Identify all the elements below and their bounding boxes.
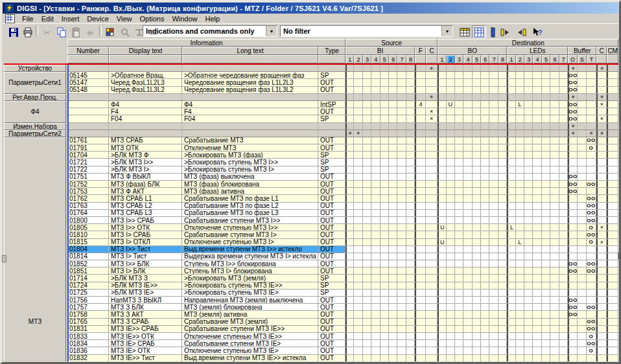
table-row-01714[interactable]: 01714>БЛК МТЗ З>Блокировать МТЗ (земля)S… — [67, 275, 618, 282]
cell-display[interactable]: МТЗ З СРАБ — [109, 319, 182, 325]
cell-bo1[interactable] — [438, 326, 446, 332]
cell-led4[interactable] — [533, 217, 541, 223]
cell-bi1[interactable] — [346, 333, 354, 339]
cell-cm[interactable] — [607, 239, 618, 245]
cell-bo3[interactable] — [455, 72, 463, 78]
cell-bi2[interactable] — [354, 340, 362, 347]
cell-led6[interactable] — [550, 166, 559, 173]
cell-bo5[interactable] — [473, 311, 481, 317]
cell-bo4[interactable] — [463, 326, 472, 332]
cell-led4[interactable] — [533, 275, 541, 281]
cell-bi7[interactable] — [397, 123, 406, 130]
cell-bi8[interactable] — [406, 253, 415, 260]
header-bo-1[interactable]: 1 — [438, 55, 446, 63]
cell-bo1[interactable] — [438, 144, 446, 151]
cell-led3[interactable] — [524, 217, 533, 223]
cell-bo8[interactable] — [498, 87, 507, 93]
cell-led6[interactable] — [550, 347, 559, 354]
cell-s[interactable] — [578, 137, 587, 144]
cell-bo6[interactable] — [481, 297, 489, 303]
cell-c2[interactable] — [596, 159, 607, 165]
cell-led5[interactable] — [542, 282, 550, 289]
matrix-view-icon[interactable] — [472, 25, 486, 39]
cell-bo5[interactable] — [473, 297, 481, 303]
cell-led4[interactable] — [533, 260, 541, 267]
group-label-Рег.Авар.Проц.[interactable]: Рег.Авар.Проц. — [4, 94, 66, 101]
cell-bi2[interactable] — [354, 260, 362, 267]
cell-bi6[interactable] — [389, 275, 397, 281]
table-row-01756[interactable]: 01756НапМТЗ З ВЫКЛНаправленная МТЗ (земл… — [67, 297, 618, 304]
cell-bi1[interactable] — [346, 144, 354, 151]
cell-led2[interactable] — [516, 231, 524, 238]
cell-bi3[interactable] — [363, 166, 371, 173]
cell-led1[interactable] — [507, 195, 515, 201]
cell-led6[interactable] — [550, 137, 559, 144]
cell-led3[interactable] — [524, 123, 533, 130]
cell-type[interactable] — [318, 65, 346, 71]
cell-bi6[interactable] — [389, 282, 397, 289]
cell-led7[interactable] — [559, 79, 568, 85]
copy-icon[interactable] — [54, 25, 69, 39]
cell-bo3[interactable] — [455, 282, 463, 289]
cell-bo8[interactable] — [498, 355, 507, 361]
cell-bi1[interactable] — [346, 340, 354, 347]
cell-led5[interactable] — [542, 65, 550, 71]
cell-cm[interactable] — [607, 123, 618, 130]
cell-t[interactable] — [587, 282, 596, 289]
cell-number[interactable]: 01704 — [67, 152, 109, 158]
cell-bi2[interactable] — [354, 195, 362, 201]
cell-cm[interactable] — [607, 65, 618, 71]
cell-bo6[interactable] — [481, 174, 489, 180]
cell-bo4[interactable] — [463, 253, 472, 260]
cell-bo2[interactable] — [447, 347, 455, 354]
cell-bo3[interactable] — [455, 65, 463, 71]
cell-led4[interactable] — [533, 311, 541, 317]
cell-number[interactable] — [67, 123, 109, 130]
cell-bi3[interactable] — [363, 340, 371, 347]
cell-number[interactable]: 01753 — [67, 188, 109, 194]
cell-bo2[interactable] — [447, 210, 455, 216]
cell-o[interactable]: OO — [568, 188, 578, 194]
cell-long[interactable]: Направленная МТЗ (земля) выключена — [182, 297, 318, 303]
cell-cm[interactable] — [607, 174, 618, 180]
cell-bo1[interactable] — [438, 72, 446, 78]
cell-bi8[interactable] — [406, 246, 415, 253]
cell-bi5[interactable] — [381, 72, 389, 78]
cell-display[interactable]: F04 — [109, 115, 182, 122]
cell-led2[interactable]: L — [516, 101, 524, 108]
cell-bo6[interactable] — [481, 282, 489, 289]
cell-bo5[interactable] — [473, 282, 481, 289]
cell-display[interactable]: МТЗ IE>> Тист — [109, 355, 182, 361]
cell-f[interactable] — [415, 144, 426, 151]
cell-type[interactable]: SP — [318, 159, 346, 165]
cell-bo5[interactable] — [473, 239, 481, 245]
cell-o[interactable] — [568, 319, 578, 325]
cell-o[interactable] — [568, 253, 578, 260]
cell-type[interactable]: OUT — [318, 79, 346, 85]
cell-bo1[interactable] — [438, 137, 446, 144]
cell-o[interactable]: OO — [568, 174, 578, 180]
cell-bo2[interactable] — [447, 130, 455, 137]
cell-c2[interactable] — [596, 333, 607, 339]
cell-f[interactable] — [415, 347, 426, 354]
header-bo-8[interactable]: 8 — [498, 55, 507, 63]
cell-bi7[interactable] — [397, 94, 406, 100]
cell-bo5[interactable] — [473, 326, 481, 332]
cell-bi1[interactable] — [346, 311, 354, 317]
cell-bo8[interactable] — [498, 159, 507, 165]
cell-display[interactable]: МТЗ I>> СРАБ — [109, 217, 182, 223]
cell-bi2[interactable] — [354, 210, 362, 216]
cell-led5[interactable] — [542, 217, 550, 223]
cell-bi7[interactable] — [397, 340, 406, 347]
cell-s[interactable] — [578, 355, 587, 361]
cell-long[interactable] — [182, 94, 318, 100]
cell-bi1[interactable] — [346, 101, 354, 108]
cell-bi6[interactable] — [389, 304, 397, 310]
cell-number[interactable]: 01714 — [67, 275, 109, 281]
cell-led3[interactable] — [524, 188, 533, 194]
cell-display[interactable] — [109, 130, 182, 137]
cell-t[interactable] — [587, 297, 596, 303]
cell-bo4[interactable] — [463, 72, 472, 78]
cell-s[interactable] — [578, 159, 587, 165]
cell-bo7[interactable] — [489, 101, 498, 108]
